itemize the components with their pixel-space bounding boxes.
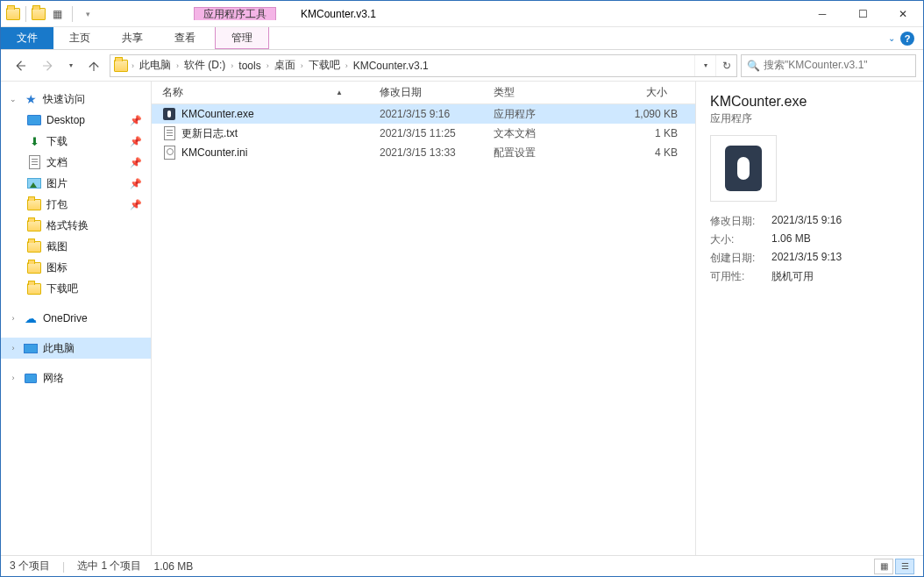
ribbon-collapse-icon[interactable]: ⌄ (888, 33, 895, 43)
sidebar-network[interactable]: › 网络 (1, 367, 151, 388)
meta-row: 修改日期:2021/3/15 9:16 (710, 214, 909, 229)
pin-icon: 📌 (130, 178, 142, 189)
sidebar-item[interactable]: 打包📌 (1, 194, 151, 215)
nav-forward-button[interactable] (36, 53, 60, 78)
search-input[interactable]: 🔍 搜索"KMCounter.v3.1" (741, 54, 916, 77)
column-name[interactable]: 名称▲ (162, 85, 380, 100)
details-subtitle: 应用程序 (710, 111, 909, 126)
sidebar-item[interactable]: Desktop📌 (1, 110, 151, 131)
app-icon (6, 8, 20, 20)
meta-label: 创建日期: (710, 251, 771, 266)
crumb[interactable]: 下载吧 (305, 55, 344, 76)
crumb[interactable]: 桌面 (271, 55, 299, 76)
download-icon: ⬇ (27, 134, 41, 148)
minimize-button[interactable]: ─ (802, 1, 842, 26)
folder-icon (27, 239, 41, 253)
nav-back-button[interactable] (8, 53, 32, 78)
maximize-button[interactable]: ☐ (842, 1, 883, 26)
nav-up-button[interactable] (82, 53, 106, 78)
chevron-right-icon[interactable]: › (265, 61, 271, 70)
pin-icon: 📌 (130, 115, 142, 126)
sidebar-item-label: 截图 (46, 239, 68, 254)
crumb[interactable]: KMCounter.v3.1 (350, 55, 432, 76)
breadcrumb[interactable]: › 此电脑 › 软件 (D:) › tools › 桌面 › 下载吧 › KMC… (110, 54, 737, 77)
sidebar-this-pc[interactable]: › 此电脑 (1, 338, 151, 359)
file-row[interactable]: KMCounter.ini2021/3/15 13:33配置设置4 KB (152, 143, 695, 162)
folder-icon (27, 260, 41, 274)
window-controls: ─ ☐ ✕ (802, 1, 923, 26)
file-size: 1,090 KB (590, 108, 678, 120)
file-row[interactable]: 更新日志.txt2021/3/15 11:25文本文档1 KB (152, 124, 695, 143)
chevron-right-icon[interactable]: › (8, 344, 18, 353)
view-details-button[interactable]: ☰ (895, 559, 914, 574)
close-button[interactable]: ✕ (883, 1, 923, 26)
sidebar-item[interactable]: 下载吧 (1, 278, 151, 299)
sidebar-item[interactable]: 图标 (1, 257, 151, 278)
tab-share[interactable]: 共享 (106, 27, 159, 49)
doc-icon (27, 155, 41, 169)
column-type[interactable]: 类型 (494, 85, 590, 100)
tab-home[interactable]: 主页 (53, 27, 106, 49)
details-title: KMCounter.exe (710, 94, 909, 110)
chevron-right-icon[interactable]: › (130, 61, 136, 70)
sidebar-item[interactable]: ⬇下载📌 (1, 131, 151, 152)
sidebar-item-label: 格式转换 (46, 218, 89, 233)
qat: ▦ ▾ (1, 4, 97, 24)
file-size: 4 KB (590, 146, 678, 159)
qat-folderprops-icon[interactable] (32, 8, 46, 20)
chevron-right-icon[interactable]: › (174, 61, 181, 70)
sidebar-onedrive[interactable]: › ☁ OneDrive (1, 308, 151, 329)
chevron-right-icon[interactable]: › (299, 61, 305, 70)
folder-icon (114, 60, 128, 72)
tab-view[interactable]: 查看 (159, 27, 211, 49)
tab-file[interactable]: 文件 (1, 27, 53, 49)
view-large-icons-button[interactable]: ▦ (874, 559, 893, 574)
chevron-right-icon[interactable]: › (229, 61, 235, 70)
pin-icon: 📌 (130, 199, 142, 210)
file-row[interactable]: KMCounter.exe2021/3/15 9:16应用程序1,090 KB (152, 104, 695, 124)
sidebar-item-label: OneDrive (43, 312, 88, 324)
file-date: 2021/3/15 9:16 (380, 108, 494, 120)
folder-icon (27, 281, 41, 296)
crumb[interactable]: 软件 (D:) (181, 55, 229, 76)
details-pane: KMCounter.exe 应用程序 修改日期:2021/3/15 9:16大小… (695, 82, 923, 555)
file-list: 名称▲ 修改日期 类型 大小 KMCounter.exe2021/3/15 9:… (152, 82, 695, 555)
tab-manage[interactable]: 管理 (215, 27, 269, 49)
refresh-icon[interactable]: ↻ (715, 55, 736, 76)
pc-icon (24, 341, 38, 355)
qat-new-icon[interactable]: ▾ (78, 4, 97, 24)
titlebar: ▦ ▾ 应用程序工具 KMCounter.v3.1 ─ ☐ ✕ (1, 1, 923, 27)
sidebar-item[interactable]: 文档📌 (1, 152, 151, 173)
sidebar-item[interactable]: 截图 (1, 236, 151, 257)
meta-value: 2021/3/15 9:16 (771, 214, 842, 229)
sidebar-item[interactable]: 格式转换 (1, 215, 151, 236)
meta-row: 可用性:脱机可用 (710, 269, 909, 284)
pic-icon (27, 176, 41, 190)
qat-sep (72, 6, 73, 22)
exe-icon (162, 107, 176, 121)
chevron-down-icon[interactable]: ⌄ (8, 95, 18, 103)
meta-value: 1.06 MB (771, 232, 811, 247)
help-icon[interactable]: ? (900, 32, 914, 46)
meta-value: 脱机可用 (771, 269, 814, 284)
nav-recent-button[interactable]: ▾ (64, 53, 78, 78)
chevron-right-icon[interactable]: › (8, 314, 18, 323)
folder-icon (27, 218, 41, 232)
network-icon (24, 371, 38, 385)
sidebar-quick-access[interactable]: ⌄ ★ 快速访问 (1, 89, 151, 110)
column-size[interactable]: 大小 (590, 85, 678, 100)
breadcrumb-dropdown-icon[interactable]: ▾ (694, 55, 715, 76)
qat-properties-icon[interactable]: ▦ (47, 4, 67, 24)
column-date[interactable]: 修改日期 (380, 85, 494, 100)
sidebar-item[interactable]: 图片📌 (1, 173, 151, 194)
column-headers: 名称▲ 修改日期 类型 大小 (152, 82, 695, 104)
crumb[interactable]: tools (235, 55, 264, 76)
file-name: KMCounter.ini (181, 146, 247, 159)
chevron-right-icon[interactable]: › (344, 61, 350, 70)
chevron-right-icon[interactable]: › (8, 374, 18, 382)
ini-icon (162, 146, 176, 160)
arrow-up-icon (86, 58, 102, 74)
sort-asc-icon: ▲ (336, 89, 343, 96)
cloud-icon: ☁ (24, 311, 38, 325)
crumb[interactable]: 此电脑 (136, 55, 174, 76)
